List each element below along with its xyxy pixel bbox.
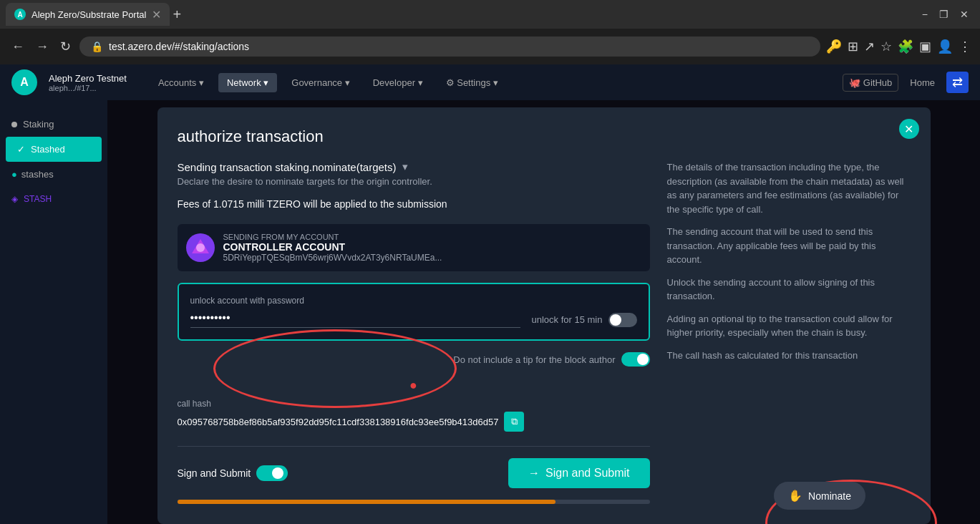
- github-link[interactable]: 🐙 GitHub: [843, 74, 898, 92]
- extension-icon: 🧩: [898, 39, 913, 54]
- sidebar-icon: ▣: [919, 39, 931, 54]
- active-tab[interactable]: A Aleph Zero/Substrate Portal ✕: [6, 3, 170, 26]
- sign-and-submit-button[interactable]: → Sign and Submit: [508, 458, 649, 488]
- password-input[interactable]: [190, 311, 520, 328]
- sidebar: Staking ✓ Stashed ● stashes ◈ STASH: [0, 100, 107, 524]
- window-controls: − ❐ ✕: [922, 9, 974, 20]
- modal-left-panel: Sending transaction staking.nominate(tar…: [178, 160, 650, 504]
- right-info-1: The details of the transaction including…: [667, 160, 911, 216]
- tab-close-icon[interactable]: ✕: [152, 8, 161, 21]
- nominate-label: Nominate: [808, 490, 851, 502]
- url-bar[interactable]: 🔒 test.azero.dev/#/staking/actions: [79, 37, 820, 57]
- sign-submit-btn-label: Sign and Submit: [545, 467, 629, 480]
- main-content: + Stash Stop authorize transaction ✕: [107, 100, 980, 524]
- modal-body: Sending transaction staking.nominate(tar…: [178, 160, 911, 504]
- sidebar-item-stashed[interactable]: ✓ Stashed: [6, 137, 102, 162]
- lock-icon: 🔒: [91, 41, 103, 52]
- tx-title: Sending transaction staking.nominate(tar…: [178, 160, 650, 173]
- account-address: 5DRiYeppTQESqBmV56wrj6WVvdx2AT3y6NRTaUME…: [223, 253, 641, 263]
- svg-point-2: [196, 243, 205, 252]
- chevron-down-icon: ▾: [402, 160, 408, 173]
- toolbar-icons: 🔑 ⊞ ↗ ☆ 🧩 ▣ 👤 ⋮: [826, 39, 971, 54]
- sign-submit-arrow-icon: →: [528, 467, 540, 480]
- sidebar-stashes-section: ● stashes: [0, 162, 107, 187]
- password-row: unlock for 15 min: [190, 311, 637, 328]
- progress-bar-container: [178, 500, 650, 504]
- new-tab-button[interactable]: +: [173, 6, 181, 23]
- unlock-toggle[interactable]: [608, 313, 637, 327]
- sign-submit-label: Sign and Submit: [178, 467, 251, 479]
- app-header: A Aleph Zero Testnet aleph.../#17... Acc…: [0, 64, 980, 100]
- nav-network[interactable]: Network ▾: [218, 73, 277, 92]
- nav-governance[interactable]: Governance ▾: [283, 73, 358, 92]
- forward-button[interactable]: →: [33, 37, 52, 57]
- modal-title: authorize transaction: [178, 127, 911, 146]
- close-button[interactable]: ✕: [960, 9, 969, 20]
- right-info-2: The sending account that will be used to…: [667, 225, 911, 267]
- nav-settings[interactable]: ⚙ Settings ▾: [437, 73, 507, 92]
- nav-accounts[interactable]: Accounts ▾: [150, 73, 213, 92]
- network-name: Aleph Zero Testnet: [49, 73, 127, 84]
- warning-icon: ●: [178, 378, 650, 393]
- account-avatar-svg: [188, 235, 213, 261]
- tip-toggle[interactable]: [621, 352, 650, 367]
- copy-hash-button[interactable]: ⧉: [504, 412, 524, 432]
- tip-row: Do not include a tip for the block autho…: [178, 352, 650, 367]
- right-info-4: Adding an optional tip to the transactio…: [667, 312, 911, 340]
- tx-description: Declare the desire to nominate targets f…: [178, 176, 650, 187]
- nav-developer[interactable]: Developer ▾: [364, 73, 432, 92]
- sidebar-item-staking[interactable]: Staking: [0, 112, 107, 137]
- nominate-icon: ✋: [788, 489, 802, 503]
- stashed-check-icon: ✓: [17, 144, 25, 155]
- refresh-button[interactable]: ↻: [57, 36, 74, 57]
- menu-icon: ⋮: [959, 39, 971, 54]
- account-id: aleph.../#17...: [49, 84, 127, 92]
- stashes-circle-icon: ●: [11, 169, 17, 180]
- app-logo: A: [11, 69, 37, 95]
- browser-chrome: A Aleph Zero/Substrate Portal ✕ + − ❐ ✕ …: [0, 0, 980, 64]
- share-icon: ↗: [864, 39, 875, 54]
- sidebar-stashed-label: Stashed: [31, 144, 65, 155]
- sidebar-staking-label: Staking: [23, 119, 54, 130]
- password-label: unlock account with password: [190, 296, 637, 306]
- minimize-button[interactable]: −: [922, 9, 928, 20]
- address-bar: ← → ↻ 🔒 test.azero.dev/#/staking/actions…: [0, 29, 980, 64]
- share-button[interactable]: ⇄: [946, 72, 969, 93]
- staking-dot-icon: [11, 122, 17, 127]
- stash-label: STASH: [24, 194, 52, 204]
- url-text: test.azero.dev/#/staking/actions: [109, 41, 249, 52]
- nav-right: 🐙 GitHub Home ⇄: [843, 72, 969, 93]
- home-link[interactable]: Home: [904, 74, 941, 91]
- app-title: Aleph Zero Testnet aleph.../#17...: [49, 73, 127, 92]
- modal-close-button[interactable]: ✕: [899, 119, 919, 139]
- tab-bar: A Aleph Zero/Substrate Portal ✕ + − ❐ ✕: [0, 0, 980, 29]
- sign-submit-knob: [272, 467, 283, 479]
- sign-submit-row: Sign and Submit: [178, 465, 288, 481]
- password-section: unlock account with password unlock for …: [178, 283, 650, 341]
- progress-bar: [178, 500, 556, 504]
- nav-menu: Accounts ▾ Network ▾ Governance ▾ Develo…: [150, 73, 507, 92]
- account-label: sending from my account: [223, 233, 641, 241]
- sidebar-stash-row[interactable]: ◈ STASH: [0, 187, 107, 211]
- transaction-info: Sending transaction staking.nominate(tar…: [178, 160, 650, 187]
- sign-submit-toggle[interactable]: [256, 465, 288, 481]
- call-hash-section: call hash 0x095768758b8ef86b5af935f92dd9…: [178, 399, 650, 432]
- call-hash-value: 0x095768758b8ef86b5af935f92dd95fc11cdf33…: [178, 412, 650, 432]
- call-hash-label: call hash: [178, 399, 650, 409]
- tip-label: Do not include a tip for the block autho…: [453, 354, 615, 365]
- tab-title: Aleph Zero/Substrate Portal: [31, 9, 146, 20]
- right-info-5: The call hash as calculated for this tra…: [667, 349, 911, 363]
- modal-overlay: authorize transaction ✕ Sending transact…: [107, 100, 980, 524]
- fee-notice: Fees of 1.0715 milli TZERO will be appli…: [178, 198, 650, 210]
- restore-button[interactable]: ❐: [939, 9, 949, 20]
- tx-title-text: Sending transaction staking.nominate(tar…: [178, 161, 397, 173]
- profile-icon: 👤: [937, 39, 953, 54]
- account-row: sending from my account CONTROLLER ACCOU…: [178, 224, 650, 271]
- nominate-button[interactable]: ✋ Nominate: [774, 482, 865, 510]
- star-icon: ☆: [880, 39, 892, 54]
- modal-right-panel: The details of the transaction including…: [667, 160, 911, 504]
- tab-logo: A: [14, 9, 26, 20]
- tip-toggle-knob: [637, 354, 649, 365]
- back-button[interactable]: ←: [9, 37, 27, 57]
- key-icon: 🔑: [826, 39, 842, 54]
